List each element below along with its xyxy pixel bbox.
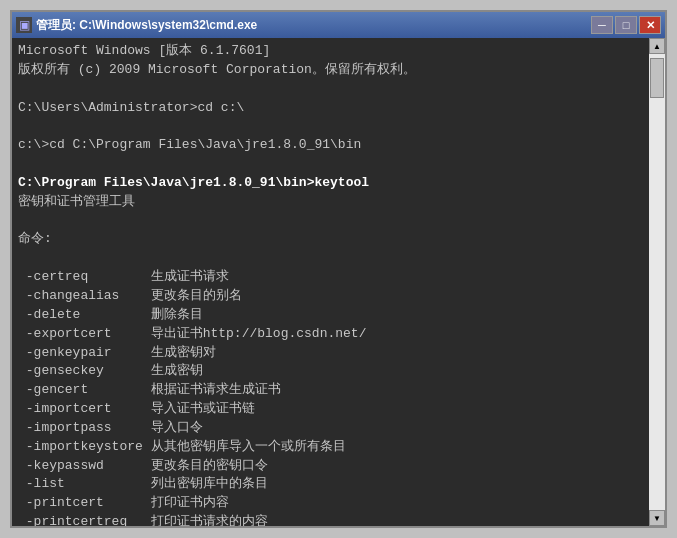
title-bar: ▣ 管理员: C:\Windows\system32\cmd.exe ─ □ ✕ — [12, 12, 665, 38]
scroll-down-button[interactable]: ▼ — [649, 510, 665, 526]
content-area: Microsoft Windows [版本 6.1.7601] 版权所有 (c)… — [12, 38, 665, 526]
window-title: 管理员: C:\Windows\system32\cmd.exe — [36, 17, 257, 34]
scrollbar[interactable]: ▲ ▼ — [649, 38, 665, 526]
scroll-up-button[interactable]: ▲ — [649, 38, 665, 54]
maximize-button[interactable]: □ — [615, 16, 637, 34]
title-bar-buttons: ─ □ ✕ — [591, 16, 661, 34]
scroll-thumb[interactable] — [650, 58, 664, 98]
window-icon: ▣ — [16, 17, 32, 33]
terminal-output[interactable]: Microsoft Windows [版本 6.1.7601] 版权所有 (c)… — [12, 38, 649, 526]
close-button[interactable]: ✕ — [639, 16, 661, 34]
minimize-button[interactable]: ─ — [591, 16, 613, 34]
scroll-track — [649, 54, 665, 510]
cmd-window: ▣ 管理员: C:\Windows\system32\cmd.exe ─ □ ✕… — [10, 10, 667, 528]
title-bar-left: ▣ 管理员: C:\Windows\system32\cmd.exe — [16, 17, 257, 34]
